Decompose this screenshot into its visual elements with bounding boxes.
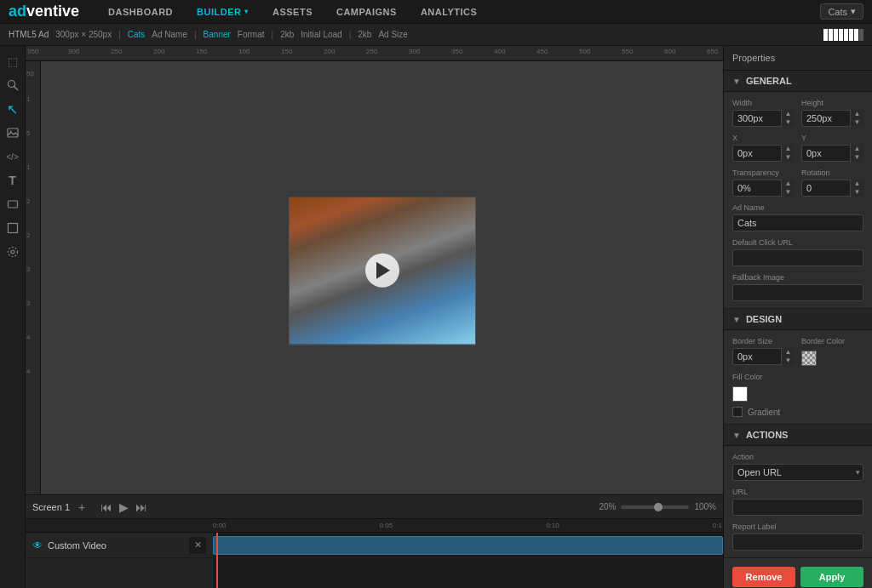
code-tool-button[interactable]: </>: [3, 146, 23, 167]
canvas-viewport[interactable]: [41, 61, 723, 494]
action-group: Action Open URL ▾: [732, 453, 863, 481]
rect-tool-button[interactable]: [3, 218, 23, 238]
select-tool-button[interactable]: ↖: [3, 99, 23, 119]
cursor-tool-button[interactable]: ⬚: [3, 51, 23, 71]
ruler-content: 350 300 250 200 150 100 150 200 250 300 …: [26, 46, 723, 60]
initial-load-label: Initial Load: [301, 30, 341, 39]
track-name: Custom Video: [48, 540, 106, 551]
actions-section-title: Actions: [746, 430, 789, 440]
action-select[interactable]: Open URL: [732, 464, 863, 481]
timeline-skip-forward-button[interactable]: ⏭: [134, 500, 149, 514]
canvas-background: [41, 61, 723, 494]
nav-item-assets[interactable]: ASSETS: [261, 0, 324, 24]
x-down-button[interactable]: ▼: [782, 153, 795, 162]
url-label: URL: [732, 488, 863, 496]
rotation-group: Rotation ▲ ▼: [801, 168, 863, 197]
svg-rect-5: [8, 224, 17, 233]
playhead: [216, 533, 218, 588]
width-up-button[interactable]: ▲: [782, 110, 795, 118]
rotation-down-button[interactable]: ▼: [851, 188, 863, 197]
user-menu-button[interactable]: Cats ▾: [820, 3, 863, 20]
height-group: Height ▲ ▼: [801, 99, 863, 127]
zoom-max: 100%: [694, 502, 716, 511]
x-group: X ▲ ▼: [732, 134, 795, 162]
format-label: Format: [238, 30, 265, 39]
builder-dropdown-arrow: ▾: [244, 8, 249, 15]
settings-tool-button[interactable]: [3, 242, 23, 262]
height-label: Height: [801, 99, 863, 107]
left-toolbar: ⬚ ↖ </> T: [0, 46, 26, 588]
apply-button[interactable]: Apply: [800, 567, 863, 587]
border-size-down-button[interactable]: ▼: [782, 357, 795, 365]
action-buttons: Remove Apply: [724, 558, 872, 588]
actions-section-header[interactable]: ▼ Actions: [724, 425, 872, 446]
rotation-up-button[interactable]: ▲: [851, 180, 863, 188]
fill-color-picker[interactable]: [732, 386, 748, 402]
svg-point-0: [8, 81, 14, 88]
image-tool-button[interactable]: [3, 123, 23, 143]
timeline-area: Screen 1 + ⏮ ▶ ⏭ 20% 100% 0:00: [26, 494, 723, 588]
border-size-up-button[interactable]: ▲: [782, 348, 795, 357]
gradient-checkbox[interactable]: [732, 407, 743, 417]
track-row: [213, 533, 723, 558]
svg-rect-2: [8, 128, 18, 137]
logo: adventive: [9, 3, 79, 20]
report-label-input[interactable]: [732, 534, 863, 551]
tracks-content[interactable]: [213, 533, 723, 588]
nav-item-dashboard[interactable]: DASHBOARD: [96, 0, 185, 24]
video-element[interactable]: [289, 196, 476, 345]
nav-item-builder[interactable]: BUILDER ▾: [185, 0, 261, 24]
url-input[interactable]: [732, 499, 863, 516]
nav-items: DASHBOARD BUILDER ▾ ASSETS CAMPAIGNS ANA…: [96, 0, 820, 24]
timeline-play-button[interactable]: ▶: [118, 500, 130, 514]
zoom-tool-button[interactable]: [3, 75, 23, 95]
size-1: 2kb: [280, 30, 294, 39]
screen-add-button[interactable]: +: [78, 500, 85, 514]
transparency-up-button[interactable]: ▲: [782, 180, 795, 188]
zoom-thumb: [654, 503, 663, 511]
height-down-button[interactable]: ▼: [851, 118, 863, 127]
timeline-tracks: 👁 Custom Video ✕: [26, 533, 723, 588]
transparency-group: Transparency ▲ ▼: [732, 168, 795, 197]
svg-point-6: [11, 250, 14, 254]
track-label-video: 👁 Custom Video ✕: [26, 533, 213, 558]
remove-button[interactable]: Remove: [732, 567, 795, 587]
x-up-button[interactable]: ▲: [782, 145, 795, 153]
click-url-input[interactable]: [732, 249, 863, 266]
click-url-label: Default Click URL: [732, 238, 863, 247]
border-color-group: Border Color: [801, 337, 863, 366]
track-visibility-toggle[interactable]: 👁: [32, 539, 43, 551]
report-label-label: Report Label: [732, 522, 863, 531]
text-tool-button[interactable]: T: [3, 170, 23, 191]
shape-tool-button[interactable]: [3, 194, 23, 214]
y-up-button[interactable]: ▲: [851, 145, 863, 153]
ad-size-label: Ad Size: [378, 30, 407, 39]
border-color-picker[interactable]: [801, 351, 817, 366]
x-input-wrap: ▲ ▼: [732, 145, 795, 162]
rotation-label: Rotation: [801, 168, 863, 177]
timeline-skip-back-button[interactable]: ⏮: [99, 500, 114, 514]
design-section-header[interactable]: ▼ Design: [724, 309, 872, 330]
x-spin: ▲ ▼: [781, 145, 795, 162]
nav-item-campaigns[interactable]: CAMPAIGNS: [324, 0, 409, 24]
border-size-spin: ▲ ▼: [781, 348, 795, 365]
width-down-button[interactable]: ▼: [782, 118, 795, 127]
y-down-button[interactable]: ▼: [851, 153, 863, 162]
y-spin: ▲ ▼: [850, 145, 863, 162]
general-section-header[interactable]: ▼ General: [724, 71, 872, 92]
ad-name-group: Ad Name: [732, 203, 863, 231]
size-indicator: [823, 29, 863, 41]
delete-track-button[interactable]: ✕: [189, 537, 206, 554]
border-size-group: Border Size ▲ ▼: [732, 337, 795, 366]
height-up-button[interactable]: ▲: [851, 110, 863, 118]
play-button[interactable]: [365, 254, 399, 288]
fallback-image-input[interactable]: [732, 284, 863, 301]
nav-item-analytics[interactable]: ANALYTICS: [409, 0, 489, 24]
action-label: Action: [732, 453, 863, 461]
rotation-input-wrap: ▲ ▼: [801, 180, 863, 197]
size-2: 2kb: [358, 30, 371, 39]
zoom-slider[interactable]: [621, 505, 689, 509]
track-bar[interactable]: [213, 536, 723, 555]
transparency-down-button[interactable]: ▼: [782, 188, 795, 197]
ad-name-input[interactable]: [732, 214, 863, 231]
